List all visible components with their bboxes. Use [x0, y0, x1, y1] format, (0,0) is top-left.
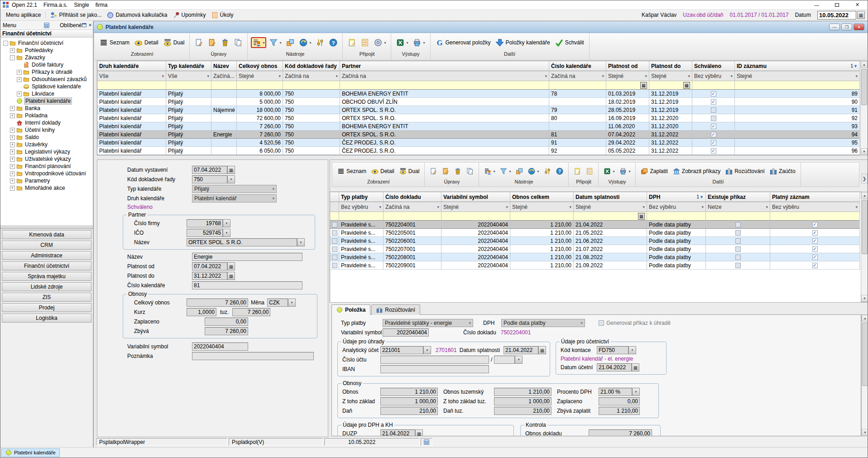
pagenew-button[interactable]: [193, 37, 205, 48]
checkbox[interactable]: [332, 238, 337, 244]
calendar-button[interactable]: ▦: [683, 82, 690, 89]
quick-filter-cell[interactable]: [340, 81, 549, 90]
help-button[interactable]: ?: [554, 166, 565, 177]
calendar-button[interactable]: [227, 166, 235, 174]
tree-item[interactable]: +Parametry: [0, 177, 93, 184]
z-toho-zaklad-tuz-input[interactable]: [494, 397, 551, 405]
kod-banky-input[interactable]: [494, 356, 515, 364]
filter-combo[interactable]: Vše▾: [166, 71, 211, 81]
sidebar-splitter[interactable]: [0, 226, 93, 229]
checklist-button[interactable]: [359, 37, 371, 48]
expand-icon[interactable]: +: [10, 48, 15, 53]
checkbox[interactable]: ✓: [711, 132, 716, 137]
module-button[interactable]: Administrace: [2, 251, 91, 260]
calendar-button[interactable]: [632, 363, 639, 371]
mdi-close-button[interactable]: ×: [854, 24, 864, 30]
filter-combo[interactable]: Nelze▾: [706, 202, 770, 212]
column-header[interactable]: Kód dokladové řady: [283, 61, 340, 71]
tree-item[interactable]: +Příkazy k úhradě: [0, 68, 93, 76]
sellist-button[interactable]: ▾: [482, 166, 497, 177]
procento-dph-input[interactable]: [599, 388, 632, 396]
analyticky-ucet-input[interactable]: [380, 346, 423, 354]
tree-item[interactable]: Došlé faktury: [0, 61, 93, 68]
tree-item[interactable]: +Uživatelské výkazy: [0, 155, 93, 163]
excel-button[interactable]: ▾: [394, 37, 410, 48]
poznamka-input[interactable]: [192, 352, 314, 360]
mena-input[interactable]: [267, 299, 288, 307]
datum-ucetni-input[interactable]: [597, 363, 632, 371]
expand-icon[interactable]: +: [10, 113, 15, 118]
celkovy-obnos-input[interactable]: [187, 299, 248, 307]
tree-item[interactable]: +Likvidace: [0, 90, 93, 97]
item-variabilni-symbol-input[interactable]: [383, 328, 429, 337]
eye-button[interactable]: Detail: [369, 166, 396, 177]
pay-button[interactable]: Zaplatit: [639, 166, 669, 177]
filter-combo[interactable]: Stejné▾: [735, 71, 860, 81]
filter-combo[interactable]: Bez výběru▾: [692, 71, 735, 81]
checkbox[interactable]: ✓: [711, 124, 716, 129]
table-row[interactable]: Platební kalendářPřijatý4 520,56750ČEZ P…: [97, 139, 860, 147]
dan-tuz-input[interactable]: [494, 407, 551, 415]
column-header[interactable]: Variabilní symbol: [441, 192, 510, 202]
tree-item[interactable]: +Finanční plánování: [0, 163, 93, 170]
calendar-button[interactable]: [415, 429, 423, 436]
column-header[interactable]: Platnost do: [649, 61, 692, 71]
module-button[interactable]: Lidské zdroje: [2, 282, 91, 291]
tree-item[interactable]: +Saldo: [0, 134, 93, 141]
item-row[interactable]: Pravidelné s...750220600120220404041 210…: [330, 237, 860, 245]
quick-filter-cell[interactable]: [549, 81, 606, 90]
quick-filter-cell[interactable]: ▦: [606, 81, 649, 90]
eyedual-button[interactable]: Dual: [398, 166, 422, 177]
item-row[interactable]: Pravidelné s...750220500120220404041 210…: [330, 229, 860, 237]
tab-rozuctovani[interactable]: Rozúčtování: [371, 304, 420, 315]
scroll-up-icon[interactable]: ▲: [861, 61, 868, 68]
cislo-firmy-input[interactable]: [187, 219, 223, 227]
gword-button[interactable]: GGenerovat položky: [434, 37, 493, 48]
refresh-button[interactable]: ▾: [297, 37, 313, 48]
quick-filter-cell[interactable]: [166, 81, 211, 90]
module-button[interactable]: Logistika: [2, 313, 91, 323]
printer-button[interactable]: ▾: [618, 166, 632, 177]
quick-filter-cell[interactable]: [211, 81, 237, 90]
filter-combo[interactable]: Stejné▾: [237, 71, 283, 81]
filter-combo[interactable]: Začíná...▾: [211, 71, 237, 81]
quick-filter-cell[interactable]: ▦: [649, 81, 692, 90]
table-row[interactable]: Platební kalendářPřijatý8 000,00750BOHEM…: [97, 90, 860, 98]
window-close-button[interactable]: ✕: [847, 0, 868, 9]
checkbox[interactable]: ✓: [711, 140, 716, 145]
filter-combo[interactable]: Stejné▾: [649, 71, 692, 81]
filter-combo[interactable]: Stejné▾: [606, 71, 649, 81]
zbyva-input[interactable]: [205, 327, 248, 335]
dropdown-button[interactable]: [223, 219, 230, 227]
kurz-input[interactable]: [187, 308, 216, 316]
greencheck-button[interactable]: Schválit: [553, 37, 586, 48]
column-header[interactable]: Obnos celkem: [510, 192, 574, 202]
tree-item[interactable]: -Závazky: [0, 54, 93, 61]
main-table-scrollbar[interactable]: ▲ ▼: [860, 61, 868, 155]
checkbox[interactable]: [735, 246, 741, 252]
column-header[interactable]: Typ platby: [339, 192, 384, 202]
column-header[interactable]: [330, 192, 339, 202]
table-row[interactable]: Platební kalendářPřijatý72 600,00750ORTE…: [97, 114, 860, 122]
checkbox[interactable]: [332, 246, 337, 252]
pagecopy-button[interactable]: [232, 37, 244, 48]
typ-kalendare-combo[interactable]: Přijatý: [192, 185, 277, 193]
item-row[interactable]: Pravidelné s...750220800120220404041 210…: [330, 253, 860, 261]
item-row[interactable]: Pravidelné s...750220900120220404041 210…: [330, 261, 860, 270]
column-header[interactable]: Celkový obnos: [237, 61, 283, 71]
scroll-up-icon[interactable]: ▲: [861, 192, 868, 199]
quick-filter-cell[interactable]: ▦: [574, 212, 647, 221]
funnel-button[interactable]: ▾: [498, 166, 513, 177]
link-button[interactable]: [284, 37, 296, 48]
tree-item[interactable]: +Legislativní výkazy: [0, 148, 93, 155]
quick-filter-cell[interactable]: [692, 81, 735, 90]
item-zaplaceno-input[interactable]: [599, 397, 640, 405]
calendar-button[interactable]: [857, 11, 865, 19]
module-button[interactable]: Správa majetku: [2, 272, 91, 281]
module-button[interactable]: ZIS: [2, 293, 91, 302]
menu-grid-icon[interactable]: [43, 22, 50, 29]
tab-oblibene[interactable]: Oblíbené: [60, 22, 82, 29]
zbyva-zaplatit-input[interactable]: [599, 407, 640, 415]
checkbox[interactable]: [332, 230, 337, 236]
filter-combo[interactable]: Vše▾: [97, 71, 166, 81]
